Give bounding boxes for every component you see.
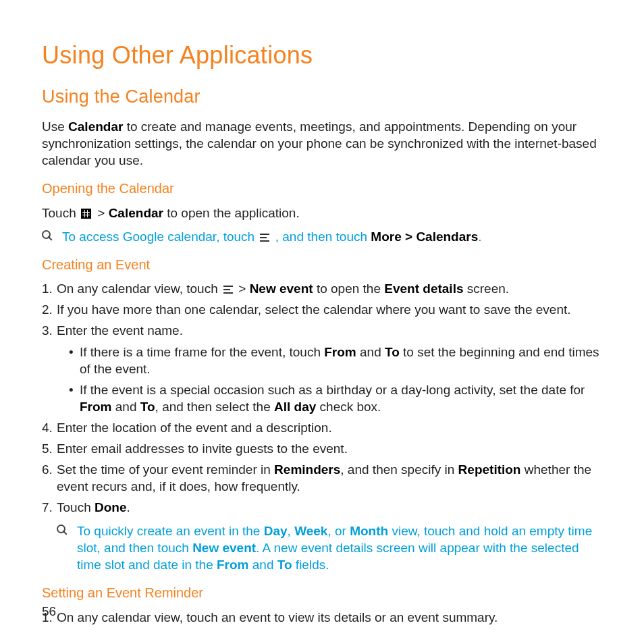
bold-text: Repetition bbox=[458, 462, 521, 477]
text: , and then touch bbox=[271, 230, 371, 244]
section-heading-creating: Creating an Event bbox=[42, 256, 602, 273]
sub-list: If there is a time frame for the event, … bbox=[57, 344, 602, 415]
text: On any calendar view, touch an event to … bbox=[57, 610, 498, 624]
tip-block: To quickly create an event in the Day, W… bbox=[42, 522, 602, 573]
bold-text: Calendar bbox=[109, 206, 163, 220]
text: and bbox=[356, 345, 385, 359]
section-heading-reminder: Setting an Event Reminder bbox=[42, 584, 602, 601]
list-number: 1. bbox=[42, 280, 53, 297]
list-item: 1. On any calendar view, touch an event … bbox=[42, 609, 602, 626]
menu-icon bbox=[223, 286, 233, 294]
bold-text: New event bbox=[250, 281, 313, 296]
list-item: 2. If you have more than one calendar, s… bbox=[42, 301, 602, 318]
text: to open the bbox=[313, 281, 385, 296]
tip-block: To access Google calendar, touch , and t… bbox=[42, 228, 602, 245]
text: Enter the event name. bbox=[57, 323, 183, 338]
text: > bbox=[94, 206, 109, 220]
sub-list-item: If there is a time frame for the event, … bbox=[69, 344, 602, 377]
tip-text: To access Google calendar, touch , and t… bbox=[62, 228, 602, 245]
text: , or bbox=[327, 524, 350, 538]
text: fields. bbox=[292, 558, 329, 572]
text: To quickly create an event in the bbox=[77, 524, 264, 538]
text: If the event is a special occasion such … bbox=[80, 383, 585, 397]
bold-text: More bbox=[371, 230, 401, 244]
magnifier-tip-icon bbox=[42, 230, 54, 242]
text: to create and manage events, meetings, a… bbox=[42, 119, 597, 167]
text: Use bbox=[42, 119, 68, 134]
text: On any calendar view, touch bbox=[57, 281, 221, 296]
bold-blue-text: Month bbox=[350, 524, 388, 538]
text: If you have more than one calendar, sele… bbox=[57, 302, 571, 317]
menu-icon bbox=[260, 234, 269, 242]
bold-blue-text: To bbox=[277, 558, 292, 572]
text: to open the application. bbox=[163, 206, 300, 220]
text: , and then specify in bbox=[340, 462, 458, 477]
bold-text: Done bbox=[95, 500, 127, 514]
sub-list-item: If the event is a special occasion such … bbox=[69, 381, 602, 415]
text: Touch bbox=[57, 500, 95, 514]
bold-text: From bbox=[324, 345, 356, 359]
list-item: 6. Set the time of your event reminder i… bbox=[42, 461, 602, 495]
section-heading-opening: Opening the Calendar bbox=[42, 180, 602, 197]
page-heading-1: Using Other Applications bbox=[42, 39, 602, 72]
list-number: 3. bbox=[42, 322, 53, 339]
list-item: 7. Touch Done. bbox=[42, 499, 602, 516]
bold-blue-text: From bbox=[217, 558, 249, 572]
text: Enter the location of the event and a de… bbox=[57, 421, 332, 435]
list-item: 3. Enter the event name. If there is a t… bbox=[42, 322, 602, 414]
bold-text: All day bbox=[274, 400, 316, 414]
bold-text: > bbox=[402, 230, 417, 244]
text: and bbox=[112, 400, 140, 414]
list-item: 5. Enter email addresses to invite guest… bbox=[42, 440, 602, 457]
list-number: 4. bbox=[42, 419, 53, 436]
bold-text: Event details bbox=[384, 281, 463, 296]
text: Touch bbox=[42, 206, 80, 220]
list-item: 1. On any calendar view, touch > New eve… bbox=[42, 280, 602, 297]
bold-text: To bbox=[385, 345, 400, 359]
bold-blue-text: Week bbox=[294, 524, 327, 538]
bold-blue-text: Day bbox=[264, 524, 288, 538]
list-number: 6. bbox=[42, 461, 53, 478]
creating-event-list: 1. On any calendar view, touch > New eve… bbox=[42, 280, 602, 516]
text: , and then select the bbox=[155, 400, 274, 414]
text: and bbox=[249, 558, 277, 572]
list-item: 4. Enter the location of the event and a… bbox=[42, 419, 602, 436]
page-number: 56 bbox=[42, 603, 56, 620]
text: If there is a time frame for the event, … bbox=[80, 345, 324, 359]
text: . bbox=[478, 230, 481, 244]
text: . bbox=[126, 500, 130, 514]
list-number: 2. bbox=[42, 301, 53, 318]
list-number: 7. bbox=[42, 499, 53, 516]
tip-text: To quickly create an event in the Day, W… bbox=[77, 522, 602, 573]
text: Set the time of your event reminder in bbox=[57, 462, 274, 477]
text: check box. bbox=[316, 400, 381, 414]
bold-text: Calendars bbox=[416, 230, 478, 244]
bold-blue-text: New event bbox=[192, 541, 256, 555]
text: screen. bbox=[464, 281, 510, 296]
intro-paragraph: Use Calendar to create and manage events… bbox=[42, 118, 602, 169]
magnifier-tip-icon bbox=[57, 525, 69, 537]
bold-text: From bbox=[80, 400, 112, 414]
text: , bbox=[288, 524, 295, 538]
bold-text: Reminders bbox=[274, 462, 340, 477]
bold-text: Calendar bbox=[68, 119, 123, 134]
text: > bbox=[235, 281, 250, 296]
reminder-list: 1. On any calendar view, touch an event … bbox=[42, 609, 602, 626]
page-heading-2: Using the Calendar bbox=[42, 85, 602, 109]
apps-grid-icon bbox=[81, 209, 91, 219]
text: Enter email addresses to invite guests t… bbox=[57, 441, 348, 456]
opening-line: Touch > Calendar to open the application… bbox=[42, 205, 602, 221]
bold-text: To bbox=[140, 400, 155, 414]
text: To access Google calendar, touch bbox=[62, 230, 258, 244]
list-number: 5. bbox=[42, 440, 53, 457]
